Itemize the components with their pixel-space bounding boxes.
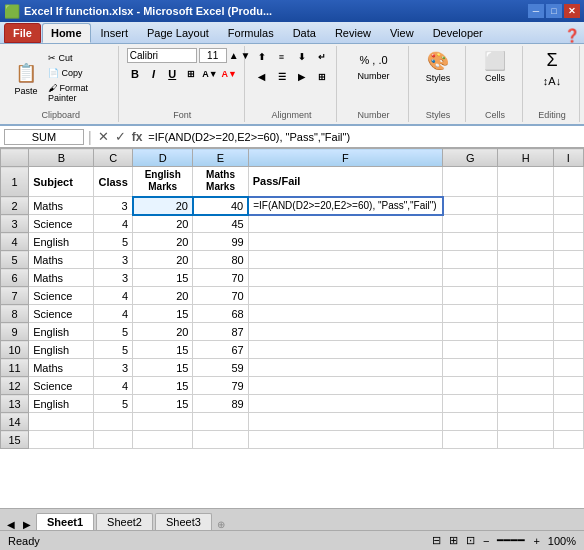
col-header-i[interactable]: I bbox=[553, 149, 583, 167]
sum-button[interactable]: Σ bbox=[542, 48, 561, 73]
tab-developer[interactable]: Developer bbox=[424, 23, 492, 43]
cell-h15[interactable] bbox=[498, 431, 553, 449]
cell-f1[interactable]: Pass/Fail bbox=[248, 167, 443, 197]
cell-i10[interactable] bbox=[553, 341, 583, 359]
cell-i6[interactable] bbox=[553, 269, 583, 287]
cell-h6[interactable] bbox=[498, 269, 553, 287]
cell-g7[interactable] bbox=[443, 287, 498, 305]
merge-button[interactable]: ⊞ bbox=[313, 68, 331, 86]
cell-f11[interactable] bbox=[248, 359, 443, 377]
cell-d13[interactable]: 15 bbox=[133, 395, 193, 413]
cell-c14[interactable] bbox=[94, 413, 133, 431]
col-header-e[interactable]: E bbox=[193, 149, 248, 167]
cell-h4[interactable] bbox=[498, 233, 553, 251]
cell-i14[interactable] bbox=[553, 413, 583, 431]
col-header-f[interactable]: F bbox=[248, 149, 443, 167]
cell-f12[interactable] bbox=[248, 377, 443, 395]
sheet-tab-1[interactable]: Sheet1 bbox=[36, 513, 94, 530]
cell-d7[interactable]: 20 bbox=[133, 287, 193, 305]
cell-b9[interactable]: English bbox=[29, 323, 94, 341]
cell-b1[interactable]: Subject bbox=[29, 167, 94, 197]
cell-c10[interactable]: 5 bbox=[94, 341, 133, 359]
align-top-button[interactable]: ⬆ bbox=[253, 48, 271, 66]
cell-i13[interactable] bbox=[553, 395, 583, 413]
cell-c9[interactable]: 5 bbox=[94, 323, 133, 341]
cell-e9[interactable]: 87 bbox=[193, 323, 248, 341]
cell-d6[interactable]: 15 bbox=[133, 269, 193, 287]
cell-f10[interactable] bbox=[248, 341, 443, 359]
cell-d1[interactable]: EnglishMarks bbox=[133, 167, 193, 197]
cell-c2[interactable]: 3 bbox=[94, 197, 133, 215]
cell-b6[interactable]: Maths bbox=[29, 269, 94, 287]
cell-f2[interactable]: =IF(AND(D2>=20,E2>=60), "Pass","Fail") bbox=[248, 197, 443, 215]
cell-h13[interactable] bbox=[498, 395, 553, 413]
cell-i3[interactable] bbox=[553, 215, 583, 233]
styles-button[interactable]: 🎨 Styles bbox=[422, 48, 455, 85]
cell-b15[interactable] bbox=[29, 431, 94, 449]
cell-i11[interactable] bbox=[553, 359, 583, 377]
cell-d10[interactable]: 15 bbox=[133, 341, 193, 359]
cell-b4[interactable]: English bbox=[29, 233, 94, 251]
cell-h12[interactable] bbox=[498, 377, 553, 395]
zoom-slider[interactable]: ━━━━ bbox=[497, 534, 525, 547]
cell-e15[interactable] bbox=[193, 431, 248, 449]
cancel-formula-icon[interactable]: ✕ bbox=[96, 129, 111, 144]
cell-c3[interactable]: 4 bbox=[94, 215, 133, 233]
cell-c12[interactable]: 4 bbox=[94, 377, 133, 395]
sheet-nav-right[interactable]: ▶ bbox=[20, 519, 34, 530]
cell-h11[interactable] bbox=[498, 359, 553, 377]
sheet-tab-2[interactable]: Sheet2 bbox=[96, 513, 153, 530]
cell-h14[interactable] bbox=[498, 413, 553, 431]
cell-h7[interactable] bbox=[498, 287, 553, 305]
wrap-text-button[interactable]: ↵ bbox=[313, 48, 331, 66]
cell-e14[interactable] bbox=[193, 413, 248, 431]
cell-i5[interactable] bbox=[553, 251, 583, 269]
cell-d2[interactable]: 20 bbox=[133, 197, 193, 215]
cell-f15[interactable] bbox=[248, 431, 443, 449]
cell-c11[interactable]: 3 bbox=[94, 359, 133, 377]
view-layout-icon[interactable]: ⊞ bbox=[449, 534, 458, 547]
cell-d15[interactable] bbox=[133, 431, 193, 449]
cell-d12[interactable]: 15 bbox=[133, 377, 193, 395]
cell-g13[interactable] bbox=[443, 395, 498, 413]
tab-page-layout[interactable]: Page Layout bbox=[138, 23, 218, 43]
tab-formulas[interactable]: Formulas bbox=[219, 23, 283, 43]
cell-f9[interactable] bbox=[248, 323, 443, 341]
font-size-up-icon[interactable]: ▲ bbox=[229, 50, 239, 61]
cell-h1[interactable] bbox=[498, 167, 553, 197]
cell-i2[interactable] bbox=[553, 197, 583, 215]
cell-g9[interactable] bbox=[443, 323, 498, 341]
cell-e4[interactable]: 99 bbox=[193, 233, 248, 251]
cell-c5[interactable]: 3 bbox=[94, 251, 133, 269]
col-header-h[interactable]: H bbox=[498, 149, 553, 167]
font-name-input[interactable] bbox=[127, 48, 197, 63]
cell-d14[interactable] bbox=[133, 413, 193, 431]
tab-insert[interactable]: Insert bbox=[92, 23, 138, 43]
cell-d5[interactable]: 20 bbox=[133, 251, 193, 269]
cell-b10[interactable]: English bbox=[29, 341, 94, 359]
cell-g1[interactable] bbox=[443, 167, 498, 197]
confirm-formula-icon[interactable]: ✓ bbox=[113, 129, 128, 144]
view-pagebreak-icon[interactable]: ⊡ bbox=[466, 534, 475, 547]
tab-view[interactable]: View bbox=[381, 23, 423, 43]
sheet-tab-3[interactable]: Sheet3 bbox=[155, 513, 212, 530]
cells-button[interactable]: ⬜ Cells bbox=[480, 48, 510, 85]
maximize-button[interactable]: □ bbox=[546, 4, 562, 18]
cell-e7[interactable]: 70 bbox=[193, 287, 248, 305]
cell-e8[interactable]: 68 bbox=[193, 305, 248, 323]
sheet-tab-icon[interactable]: ⊕ bbox=[214, 519, 228, 530]
cell-d9[interactable]: 20 bbox=[133, 323, 193, 341]
cell-e12[interactable]: 79 bbox=[193, 377, 248, 395]
cell-h8[interactable] bbox=[498, 305, 553, 323]
align-bottom-button[interactable]: ⬇ bbox=[293, 48, 311, 66]
sort-button[interactable]: ↕A↓ bbox=[539, 73, 565, 89]
underline-button[interactable]: U bbox=[164, 65, 181, 83]
tab-review[interactable]: Review bbox=[326, 23, 380, 43]
cell-i4[interactable] bbox=[553, 233, 583, 251]
cell-f8[interactable] bbox=[248, 305, 443, 323]
cell-g10[interactable] bbox=[443, 341, 498, 359]
align-left-button[interactable]: ◀ bbox=[253, 68, 271, 86]
view-normal-icon[interactable]: ⊟ bbox=[432, 534, 441, 547]
cell-b12[interactable]: Science bbox=[29, 377, 94, 395]
zoom-in-icon[interactable]: + bbox=[533, 535, 539, 547]
